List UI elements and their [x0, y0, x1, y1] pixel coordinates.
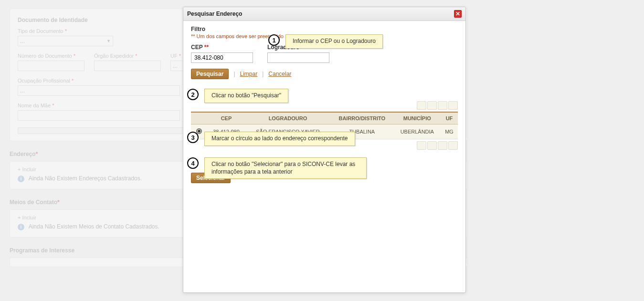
filtro-instruction: ** Um dos campos deve ser preenchido — [191, 33, 458, 39]
filtro-heading: Filtro — [191, 26, 458, 32]
col-uf: UF — [441, 112, 458, 125]
pager-top — [191, 101, 458, 110]
cep-input[interactable] — [191, 52, 253, 63]
pager-bottom — [191, 141, 458, 150]
cell-uf: MG — [441, 125, 458, 139]
limpar-link[interactable]: Limpar — [240, 71, 258, 77]
pager-first[interactable] — [417, 141, 426, 150]
pager-first[interactable] — [417, 101, 426, 110]
cell-logradouro: SÃO FRANCISCO XAVIER — [245, 125, 330, 139]
pager-next[interactable] — [438, 141, 447, 150]
col-cep: CEP — [207, 112, 245, 125]
callout-number-4: 4 — [187, 157, 199, 169]
callout-number-2: 2 — [187, 89, 199, 100]
modal-title-text: Pesquisar Endereço — [187, 10, 242, 17]
cell-cep: 38.412-080 — [207, 125, 245, 139]
logradouro-field: Logradouro ** — [267, 44, 329, 63]
results-table: CEP LOGRADOURO BAIRRO/DISTRITO MUNICÍPIO… — [191, 112, 458, 139]
cancelar-link[interactable]: Cancelar — [268, 71, 291, 77]
close-icon[interactable]: ✕ — [454, 10, 462, 18]
pesquisar-endereco-modal: Pesquisar Endereço ✕ Filtro ** Um dos ca… — [183, 7, 466, 293]
pesquisar-button[interactable]: Pesquisar — [191, 69, 229, 79]
modal-titlebar: Pesquisar Endereço ✕ — [183, 7, 465, 21]
cell-municipio: UBERLÂNDIA — [394, 125, 441, 139]
selecionar-button[interactable]: Selecionar — [191, 173, 231, 183]
cell-bairro: TUBALINA — [330, 125, 394, 139]
cep-field: CEP ** — [191, 44, 253, 63]
pager-prev[interactable] — [427, 101, 437, 110]
row-radio[interactable] — [196, 128, 202, 134]
col-logradouro: LOGRADOURO — [245, 112, 330, 125]
table-row[interactable]: 38.412-080 SÃO FRANCISCO XAVIER TUBALINA… — [191, 125, 458, 139]
pager-last[interactable] — [448, 141, 458, 150]
pager-last[interactable] — [448, 101, 458, 110]
col-bairro: BAIRRO/DISTRITO — [330, 112, 394, 125]
pager-next[interactable] — [438, 101, 447, 110]
col-municipio: MUNICÍPIO — [394, 112, 441, 125]
logradouro-input[interactable] — [267, 52, 329, 63]
pager-prev[interactable] — [427, 141, 437, 150]
